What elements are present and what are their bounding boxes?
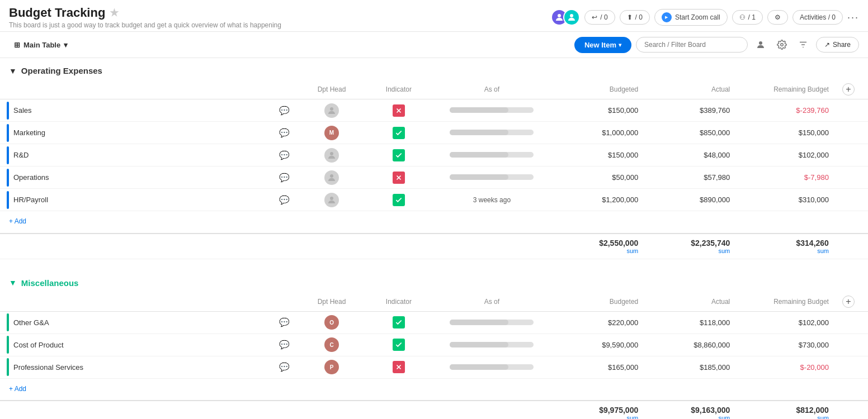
row-name-cell-0: Sales 💬 [0,99,296,122]
table-row[interactable]: HR/Payroll 💬 3 weeks ago$1,200,000$890,0… [0,189,868,211]
row-actual-cell-4[interactable]: $890,000 [645,189,737,211]
add-column-button-misc[interactable]: + [842,296,855,308]
more-options-button[interactable]: ··· [847,12,859,23]
row-remaining-cell-0[interactable]: $-239,760 [737,99,836,122]
new-item-button[interactable]: New Item ▾ [574,37,631,53]
row-actual-cell-1[interactable]: $8,860,000 [645,334,737,356]
table-row[interactable]: Operations 💬 $50,000$57,980$-7,980 [0,166,868,189]
row-actual-cell-2[interactable]: $185,000 [645,356,737,378]
row-dpthead-cell-4[interactable] [296,189,367,211]
row-budgeted-cell-1[interactable]: $1,000,000 [553,122,645,144]
section-toggle-misc[interactable]: ▼ [9,278,17,287]
undo-button[interactable]: ↩ / 0 [584,10,615,25]
row-actual-cell-1[interactable]: $850,000 [645,122,737,144]
row-dpthead-cell-1[interactable]: C [296,334,367,356]
search-input[interactable] [636,37,748,53]
row-name-text[interactable]: Other G&A [13,318,275,327]
row-indicator-cell-1[interactable] [367,334,431,356]
row-dpthead-cell-0[interactable]: O [296,311,367,334]
add-row[interactable]: + Add [0,211,868,234]
zoom-call-button[interactable]: Start Zoom call [654,9,728,26]
comment-icon[interactable]: 💬 [279,150,290,160]
add-row[interactable]: + Add [0,378,868,401]
table-row[interactable]: Cost of Product 💬 C$9,590,000$8,860,000$… [0,334,868,356]
comment-icon[interactable]: 💬 [279,195,290,205]
comment-icon[interactable]: 💬 [279,173,290,183]
star-icon[interactable]: ★ [110,7,119,19]
row-indicator-cell-3[interactable] [367,166,431,189]
row-name-text[interactable]: Marketing [13,128,275,137]
row-remaining-cell-0[interactable]: $102,000 [737,311,836,334]
row-remaining-cell-2[interactable]: $-20,000 [737,356,836,378]
row-indicator-cell-4[interactable] [367,189,431,211]
members-button[interactable]: ⚇ / 1 [732,10,763,25]
section-title-operating: Operating Expenses [21,66,102,75]
row-indicator-cell-0[interactable] [367,311,431,334]
row-remaining-cell-1[interactable]: $150,000 [737,122,836,144]
row-dpthead-cell-2[interactable] [296,144,367,166]
row-remaining-cell-3[interactable]: $-7,980 [737,166,836,189]
row-budgeted-cell-2[interactable]: $150,000 [553,144,645,166]
row-name-text[interactable]: Professional Services [13,363,275,372]
comment-icon[interactable]: 💬 [279,362,290,372]
row-budgeted-cell-0[interactable]: $220,000 [553,311,645,334]
activities-button[interactable]: Activities / 0 [792,10,843,25]
table-row[interactable]: Sales 💬 $150,000$389,760$-239,760 [0,99,868,122]
row-name-text[interactable]: HR/Payroll [13,196,275,204]
avatar-2 [563,9,580,26]
row-remaining-cell-2[interactable]: $102,000 [737,144,836,166]
row-budgeted-cell-4[interactable]: $1,200,000 [553,189,645,211]
section-operating: ▼ Operating Expenses Dpt Head Indicator … [0,58,868,259]
top-bar-left: Budget Tracking ★ This board is just a g… [9,6,281,29]
row-dpthead-cell-0[interactable] [296,99,367,122]
table-row[interactable]: Marketing 💬 M$1,000,000$850,000$150,000 [0,122,868,144]
row-indicator-cell-2[interactable] [367,356,431,378]
row-budgeted-cell-0[interactable]: $150,000 [553,99,645,122]
row-indicator-cell-1[interactable] [367,122,431,144]
comment-icon[interactable]: 💬 [279,317,290,327]
row-remaining-cell-4[interactable]: $310,000 [737,189,836,211]
automations-button[interactable]: ⚙ [767,10,788,25]
row-dpthead-cell-1[interactable]: M [296,122,367,144]
row-dpthead-cell-2[interactable]: P [296,356,367,378]
row-actual-cell-3[interactable]: $57,980 [645,166,737,189]
filter-button[interactable] [795,36,812,53]
section-header-misc: ▼ Miscellaneous [0,270,868,292]
comment-icon[interactable]: 💬 [279,128,290,138]
row-budgeted-cell-1[interactable]: $9,590,000 [553,334,645,356]
add-row-cell[interactable]: + Add [0,378,868,401]
settings-button[interactable] [773,36,790,53]
members-label: / 1 [748,13,756,21]
row-dpthead-cell-3[interactable] [296,166,367,189]
add-row-cell[interactable]: + Add [0,211,868,234]
sum-empty [0,234,553,259]
col-header-budgeted-misc: Budgeted [553,292,645,312]
section-toggle-operating[interactable]: ▼ [9,66,17,75]
table-row[interactable]: Professional Services 💬 P$165,000$185,00… [0,356,868,378]
row-name-text[interactable]: Sales [13,106,275,115]
table-header-operating: Dpt Head Indicator As of Budgeted Actual… [0,80,868,99]
budgeted-value: $220,000 [608,318,638,327]
table-selector[interactable]: ⊞ Main Table ▾ [9,38,73,52]
row-budgeted-cell-2[interactable]: $165,000 [553,356,645,378]
row-actual-cell-2[interactable]: $48,000 [645,144,737,166]
comment-icon[interactable]: 💬 [279,106,290,116]
zoom-label: Start Zoom call [675,13,720,21]
row-name-text[interactable]: R&D [13,151,275,159]
comment-icon[interactable]: 💬 [279,340,290,350]
row-add-cell-2 [836,144,868,166]
save-button[interactable]: ⬆ / 0 [620,10,650,25]
add-column-button-op[interactable]: + [842,83,855,96]
row-indicator-cell-2[interactable] [367,144,431,166]
row-name-text[interactable]: Cost of Product [13,341,275,349]
table-row[interactable]: R&D 💬 $150,000$48,000$102,000 [0,144,868,166]
person-filter-button[interactable] [752,36,769,53]
row-actual-cell-0[interactable]: $389,760 [645,99,737,122]
row-budgeted-cell-3[interactable]: $50,000 [553,166,645,189]
row-actual-cell-0[interactable]: $118,000 [645,311,737,334]
table-row[interactable]: Other G&A 💬 O$220,000$118,000$102,000 [0,311,868,334]
row-remaining-cell-1[interactable]: $730,000 [737,334,836,356]
row-indicator-cell-0[interactable] [367,99,431,122]
row-name-text[interactable]: Operations [13,173,275,182]
share-button[interactable]: ↗ Share [816,37,859,53]
